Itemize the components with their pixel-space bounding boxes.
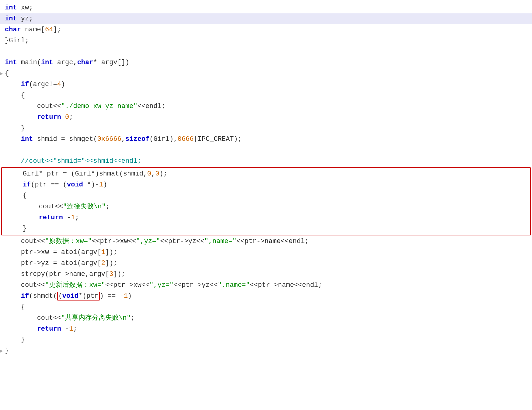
code-line: cout<<"./demo xw yz name"<<endl; xyxy=(0,101,532,112)
code-line: char name[64]; xyxy=(0,24,532,35)
code-line: }Girl; xyxy=(0,35,532,46)
code-line: int xw; xyxy=(0,2,532,13)
code-line: { xyxy=(2,190,530,201)
code-line: //cout<<"shmid="<<shmid<<endl; xyxy=(0,156,532,167)
code-line: } xyxy=(0,123,532,134)
code-line: return 0; xyxy=(0,112,532,123)
code-line: } xyxy=(0,335,532,346)
code-line: if(shmdt((void*)ptr) == -1) xyxy=(0,291,532,302)
code-line: if(argc!=4) xyxy=(0,79,532,90)
code-line: strcpy(ptr->name,argv[3]); xyxy=(0,269,532,280)
code-line: { xyxy=(0,90,532,101)
code-line: { xyxy=(0,302,532,313)
code-line: cout<<"共享内存分离失败\n"; xyxy=(0,313,532,324)
code-line: ptr->yz = atoi(argv[2]); xyxy=(0,258,532,269)
red-box-highlight: Girl* ptr = (Girl*)shmat(shmid,0,0); if(… xyxy=(1,167,531,235)
code-line: int shmid = shmget(0x6666,sizeof(Girl),0… xyxy=(0,134,532,145)
code-line: int yz; xyxy=(0,13,532,24)
code-line: return -1; xyxy=(0,324,532,335)
code-line: cout<<"连接失败\n"; xyxy=(2,201,530,212)
code-line: return -1; xyxy=(2,212,530,223)
code-line xyxy=(0,145,532,156)
code-line: ptr->xw = atoi(argv[1]); xyxy=(0,247,532,258)
code-line: ► } xyxy=(0,346,532,356)
code-line: cout<<"更新后数据：xw="<<ptr->xw<<",yz="<<ptr-… xyxy=(0,280,532,291)
code-line: if(ptr == (void *)-1) xyxy=(2,179,530,190)
inline-red-box: (void*)ptr xyxy=(57,292,100,301)
code-line: int main(int argc,char* argv[]) xyxy=(0,57,532,68)
code-line: } xyxy=(2,223,530,234)
code-line: Girl* ptr = (Girl*)shmat(shmid,0,0); xyxy=(2,169,530,179)
code-line: cout<<"原数据：xw="<<ptr->xw<<",yz="<<ptr->y… xyxy=(0,236,532,247)
code-line xyxy=(0,46,532,57)
code-editor: int xw; int yz; char name[64]; }Girl; in… xyxy=(0,0,532,410)
code-line: ► { xyxy=(0,68,532,79)
